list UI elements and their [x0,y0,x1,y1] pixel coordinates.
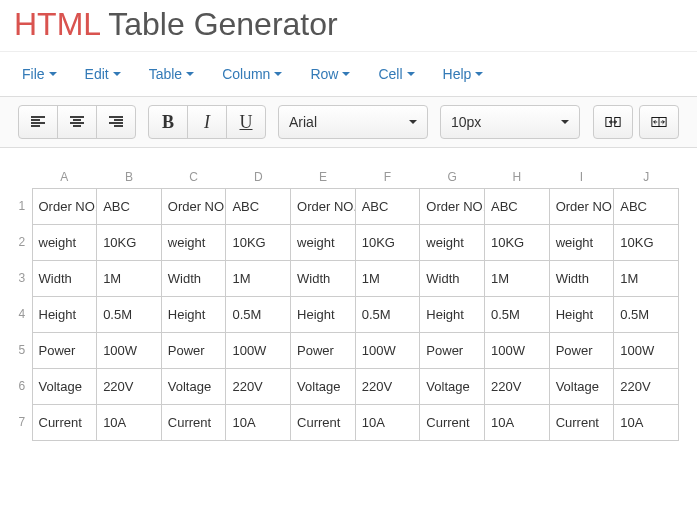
cell[interactable]: 220V [226,368,291,404]
split-horizontal-button[interactable] [639,105,679,139]
cell[interactable]: weight [420,224,485,260]
cell[interactable]: Current [291,404,356,440]
row-header[interactable]: 1 [12,188,32,224]
cell[interactable]: Height [420,296,485,332]
font-select[interactable]: Arial [278,105,428,139]
cell[interactable]: Power [161,332,226,368]
merge-horizontal-button[interactable] [593,105,633,139]
cell[interactable]: weight [161,224,226,260]
cell[interactable]: 220V [484,368,549,404]
align-right-button[interactable] [96,105,136,139]
cell[interactable]: weight [32,224,97,260]
column-header[interactable]: I [549,166,614,188]
cell[interactable]: 100W [97,332,162,368]
cell[interactable]: Width [291,260,356,296]
cell[interactable]: weight [549,224,614,260]
menu-edit[interactable]: Edit [85,66,121,82]
cell[interactable]: Power [549,332,614,368]
cell[interactable]: 100W [484,332,549,368]
menu-row[interactable]: Row [310,66,350,82]
underline-button[interactable]: U [226,105,266,139]
cell[interactable]: 10KG [614,224,679,260]
cell[interactable]: 10A [484,404,549,440]
cell[interactable]: Order NO. [161,188,226,224]
cell[interactable]: Current [420,404,485,440]
cell[interactable]: ABC [484,188,549,224]
cell[interactable]: 100W [355,332,420,368]
cell[interactable]: Voltage [161,368,226,404]
cell[interactable]: Current [161,404,226,440]
row-header[interactable]: 6 [12,368,32,404]
cell[interactable]: 0.5M [614,296,679,332]
cell[interactable]: Height [32,296,97,332]
column-header[interactable]: J [614,166,679,188]
cell[interactable]: 100W [226,332,291,368]
cell[interactable]: ABC [355,188,420,224]
align-center-button[interactable] [57,105,97,139]
cell[interactable]: Voltage [420,368,485,404]
cell[interactable]: 1M [226,260,291,296]
bold-button[interactable]: B [148,105,188,139]
cell[interactable]: ABC [614,188,679,224]
column-header[interactable]: A [32,166,97,188]
menu-cell[interactable]: Cell [378,66,414,82]
cell[interactable]: Width [161,260,226,296]
cell[interactable]: ABC [226,188,291,224]
cell[interactable]: 10KG [226,224,291,260]
column-header[interactable]: B [97,166,162,188]
size-select[interactable]: 10px [440,105,580,139]
cell[interactable]: 10KG [484,224,549,260]
column-header[interactable]: D [226,166,291,188]
row-header[interactable]: 3 [12,260,32,296]
italic-button[interactable]: I [187,105,227,139]
row-header[interactable]: 4 [12,296,32,332]
cell[interactable]: Current [32,404,97,440]
cell[interactable]: 220V [97,368,162,404]
cell[interactable]: 0.5M [484,296,549,332]
cell[interactable]: Order NO. [420,188,485,224]
cell[interactable]: Power [420,332,485,368]
column-header[interactable]: F [355,166,420,188]
cell[interactable]: 10A [614,404,679,440]
data-grid[interactable]: ABCDEFGHIJ 1Order NO.ABCOrder NO.ABCOrde… [12,166,679,441]
cell[interactable]: 0.5M [226,296,291,332]
row-header[interactable]: 5 [12,332,32,368]
cell[interactable]: 10KG [355,224,420,260]
column-header[interactable]: E [291,166,356,188]
cell[interactable]: 10A [97,404,162,440]
cell[interactable]: Voltage [32,368,97,404]
cell[interactable]: ABC [97,188,162,224]
cell[interactable]: Width [420,260,485,296]
cell[interactable]: Order NO. [32,188,97,224]
cell[interactable]: 1M [614,260,679,296]
cell[interactable]: 0.5M [355,296,420,332]
cell[interactable]: Width [32,260,97,296]
menu-file[interactable]: File [22,66,57,82]
cell[interactable]: 100W [614,332,679,368]
cell[interactable]: Power [32,332,97,368]
cell[interactable]: 1M [355,260,420,296]
cell[interactable]: Height [161,296,226,332]
cell[interactable]: 10KG [97,224,162,260]
cell[interactable]: 220V [614,368,679,404]
cell[interactable]: Voltage [291,368,356,404]
menu-column[interactable]: Column [222,66,282,82]
align-left-button[interactable] [18,105,58,139]
row-header[interactable]: 7 [12,404,32,440]
cell[interactable]: 1M [97,260,162,296]
column-header[interactable]: G [420,166,485,188]
cell[interactable]: Width [549,260,614,296]
cell[interactable]: Current [549,404,614,440]
cell[interactable]: 10A [226,404,291,440]
cell[interactable]: Voltage [549,368,614,404]
cell[interactable]: 10A [355,404,420,440]
cell[interactable]: Height [549,296,614,332]
column-header[interactable]: H [484,166,549,188]
cell[interactable]: 220V [355,368,420,404]
cell[interactable]: Height [291,296,356,332]
cell[interactable]: 0.5M [97,296,162,332]
cell[interactable]: weight [291,224,356,260]
menu-help[interactable]: Help [443,66,484,82]
column-header[interactable]: C [161,166,226,188]
cell[interactable]: Order NO. [291,188,356,224]
